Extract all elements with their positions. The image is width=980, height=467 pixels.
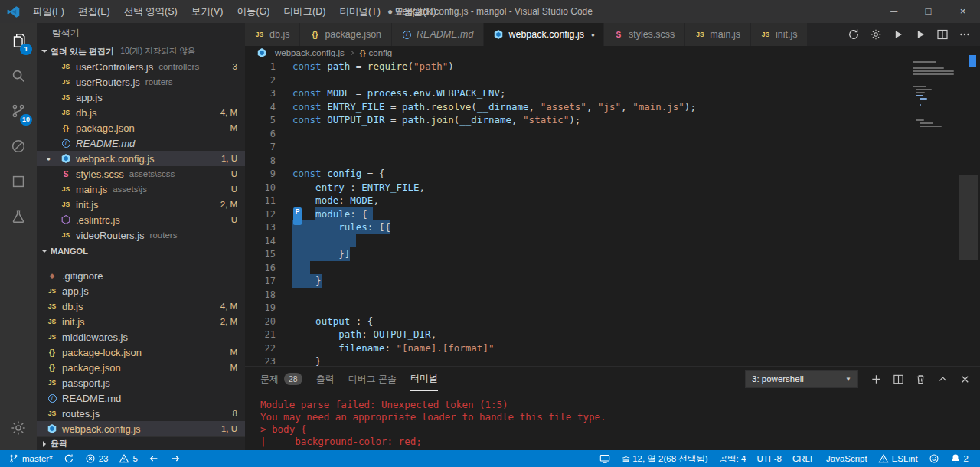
tab-README.md[interactable]: iREADME.md (392, 23, 484, 46)
status-language-mode[interactable]: JavaScript (821, 450, 873, 467)
file-row-userControllers.js[interactable]: JSuserControllers.jscontrollers3 (37, 59, 245, 74)
activity-test[interactable] (0, 199, 37, 234)
scrollbar-thumb[interactable] (959, 175, 978, 260)
activity-source-control[interactable]: 10 (0, 93, 37, 129)
terminal-select[interactable]: 3: powershell ▼ (745, 370, 858, 388)
file-row-README.md[interactable]: iREADME.md (37, 136, 245, 151)
code-line-9[interactable]: 9const config = { (245, 167, 980, 181)
code-line-10[interactable]: 10 entry : ENTRY_FILE, (245, 181, 980, 194)
code-line-1[interactable]: 1const path = require("path") (245, 60, 980, 73)
file-row-db.js[interactable]: JSdb.js4, M (37, 105, 245, 120)
code-line-8[interactable]: 8 (245, 154, 980, 168)
panel-tab-2[interactable]: 디버그 콘솔 (348, 367, 397, 391)
code-editor[interactable]: 1const path = require("path")23const MOD… (245, 60, 980, 366)
panel-tab-3[interactable]: 터미널 (410, 367, 438, 391)
status-notifications[interactable]: 2 (945, 450, 974, 467)
code-line-4[interactable]: 4const ENTRY_FILE = path.resolve(__dirna… (245, 100, 980, 114)
file-row-webpack.config.js[interactable]: ●webpack.config.js1, U (37, 151, 245, 166)
status-errors[interactable]: 23 (80, 450, 114, 467)
code-line-19[interactable]: 19 (245, 301, 980, 315)
file-row-app.js[interactable]: JSapp.js (37, 283, 245, 299)
menu-item-2[interactable]: 선택 영역(S) (117, 0, 185, 23)
file-row-main.js[interactable]: JSmain.jsassets\jsU (37, 181, 245, 197)
split-editor-icon[interactable] (893, 374, 904, 385)
panel-tab-0[interactable]: 문제28 (260, 367, 302, 391)
file-row-README.md[interactable]: iREADME.md (37, 390, 245, 406)
sync-icon[interactable] (848, 28, 860, 41)
file-row-routes.js[interactable]: JSroutes.js8 (37, 406, 245, 421)
status-indentation[interactable]: 공백: 4 (714, 450, 752, 467)
close-icon[interactable] (959, 374, 971, 385)
activity-settings[interactable] (0, 410, 37, 446)
code-line-2[interactable]: 2 (245, 73, 980, 87)
tab-styles.scss[interactable]: Sstyles.scss (604, 23, 685, 46)
file-row-init.js[interactable]: JSinit.js2, M (37, 197, 245, 212)
status-sync[interactable] (58, 450, 80, 467)
terminal-output[interactable]: Module parse failed: Unexpected token (1… (245, 391, 980, 448)
split-editor-icon[interactable] (936, 28, 949, 41)
menu-item-0[interactable]: 파일(F) (26, 0, 71, 23)
tab-webpack.config.js[interactable]: webpack.config.js● (484, 23, 604, 46)
activity-explorer[interactable]: 1 (0, 23, 37, 58)
code-line-15[interactable]: 15 }] (245, 247, 980, 261)
code-line-12[interactable]: 12P module: { (245, 207, 980, 221)
file-row-passport.js[interactable]: JSpassport.js (37, 375, 245, 390)
folder-header[interactable]: MANGOL (37, 243, 245, 258)
code-line-21[interactable]: 21 path: OUTPUT_DIR, (245, 328, 980, 341)
minimize-button[interactable]: ─ (877, 0, 911, 23)
file-row-package.json[interactable]: {}package.jsonM (37, 120, 245, 136)
tab-init.js[interactable]: JSinit.js (751, 23, 808, 46)
menu-item-4[interactable]: 이동(G) (230, 0, 276, 23)
file-row-app.js[interactable]: JSapp.js (37, 90, 245, 105)
code-line-16[interactable]: 16 (245, 261, 980, 275)
status-warnings[interactable]: 5 (113, 450, 142, 467)
code-line-7[interactable]: 7 (245, 140, 980, 154)
code-line-20[interactable]: 20 output : { (245, 315, 980, 328)
status-nav-forward[interactable] (165, 450, 186, 467)
menu-item-6[interactable]: 터미널(T) (332, 0, 387, 23)
code-line-22[interactable]: 22 filename: "[name].[format]" (245, 341, 980, 355)
code-line-14[interactable]: 14 (245, 234, 980, 248)
tab-main.js[interactable]: JSmain.js (685, 23, 751, 46)
status-screencast[interactable] (594, 450, 616, 467)
menu-item-3[interactable]: 보기(V) (185, 0, 230, 23)
code-line-17[interactable]: 17 } (245, 274, 980, 288)
breadcrumb-item[interactable]: config (369, 48, 393, 57)
file-row-package-lock.json[interactable]: {}package-lock.jsonM (37, 345, 245, 360)
code-line-5[interactable]: 5const OUTPUT_DIR = path.join(__dirname,… (245, 113, 980, 127)
code-line-6[interactable]: 6 (245, 127, 980, 141)
minimap[interactable] (913, 61, 956, 132)
status-encoding[interactable]: UTF-8 (751, 450, 787, 467)
activity-debug[interactable] (0, 129, 37, 164)
code-line-13[interactable]: 13 rules: [{ (245, 220, 980, 234)
trash-icon[interactable] (915, 374, 926, 385)
activity-editor-layout[interactable] (0, 164, 37, 199)
gear-icon[interactable] (870, 28, 882, 41)
breadcrumb-item[interactable]: webpack.config.js (275, 48, 345, 57)
code-line-18[interactable]: 18 (245, 288, 980, 302)
maximize-button[interactable]: □ (911, 0, 946, 23)
file-row-middlewares.js[interactable]: JSmiddlewares.js (37, 329, 245, 345)
more-icon[interactable] (959, 28, 971, 41)
file-row-videoRouters.js[interactable]: JSvideoRouters.jsrouters (37, 227, 245, 243)
tab-db.js[interactable]: JSdb.js (245, 23, 300, 46)
code-line-23[interactable]: 23 } (245, 354, 980, 366)
status-cursor-position[interactable]: 줄 12, 열 2(68 선택됨) (616, 450, 713, 467)
open-editors-header[interactable]: 열려 있는 편집기 10(개) 저장되지 않음 (37, 44, 245, 59)
plus-icon[interactable] (871, 374, 882, 385)
file-row-userRouters.js[interactable]: JSuserRouters.jsrouters (37, 74, 245, 90)
code-line-3[interactable]: 3const MODE = process.env.WEBPACK_ENV; (245, 87, 980, 100)
file-row-package.json[interactable]: {}package.jsonM (37, 360, 245, 375)
close-button[interactable]: × (946, 0, 980, 23)
menu-item-1[interactable]: 편집(E) (71, 0, 117, 23)
run-icon[interactable] (914, 28, 926, 41)
file-row-.gitignore[interactable]: ◆.gitignore (37, 268, 245, 283)
status-git-branch[interactable]: master* (3, 450, 58, 467)
run-icon[interactable] (892, 28, 904, 41)
chevron-up-icon[interactable] (937, 374, 949, 385)
status-eslint[interactable]: ESLint (873, 450, 923, 467)
code-line-11[interactable]: 11 mode: MODE, (245, 194, 980, 207)
outline-header[interactable]: 윤곽 (37, 436, 245, 450)
status-feedback[interactable] (923, 450, 945, 467)
status-nav-back[interactable] (143, 450, 165, 467)
